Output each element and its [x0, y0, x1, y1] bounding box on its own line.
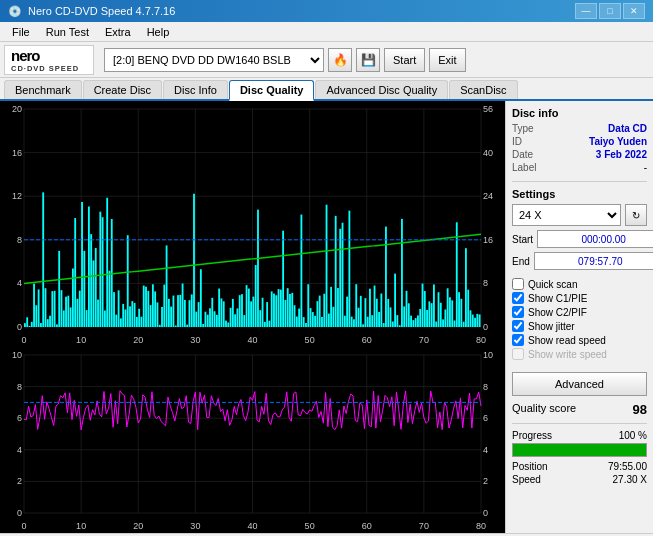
show-c2-label: Show C2/PIF — [528, 307, 587, 318]
quality-score-label: Quality score — [512, 402, 576, 417]
tabs: Benchmark Create Disc Disc Info Disc Qua… — [0, 78, 653, 101]
show-jitter-checkbox[interactable] — [512, 320, 524, 332]
chart-area — [0, 101, 505, 533]
disc-label-value: - — [644, 162, 647, 173]
position-value: 79:55.00 — [608, 461, 647, 472]
maximize-button[interactable]: □ — [599, 3, 621, 19]
tab-disc-info[interactable]: Disc Info — [163, 80, 228, 99]
progress-bar-container — [512, 443, 647, 457]
close-button[interactable]: ✕ — [623, 3, 645, 19]
progress-label: Progress — [512, 430, 552, 441]
menu-help[interactable]: Help — [139, 24, 178, 40]
title-bar-controls: — □ ✕ — [575, 3, 645, 19]
nero-cd-dvd-text: CD·DVD SPEED — [11, 64, 79, 73]
disc-id-row: ID Taiyo Yuden — [512, 136, 647, 147]
show-c2-checkbox[interactable] — [512, 306, 524, 318]
nero-logo: nero CD·DVD SPEED — [4, 45, 94, 75]
quick-scan-label: Quick scan — [528, 279, 577, 290]
disc-id-value: Taiyo Yuden — [589, 136, 647, 147]
show-read-speed-label: Show read speed — [528, 335, 606, 346]
speed-select[interactable]: 24 X — [512, 204, 621, 226]
show-jitter-label: Show jitter — [528, 321, 575, 332]
position-row: Position 79:55.00 — [512, 461, 647, 472]
show-c1-checkbox[interactable] — [512, 292, 524, 304]
disc-date-row: Date 3 Feb 2022 — [512, 149, 647, 160]
show-write-speed-checkbox — [512, 348, 524, 360]
show-write-speed-row: Show write speed — [512, 348, 647, 360]
quality-score-row: Quality score 98 — [512, 402, 647, 417]
drive-select[interactable]: [2:0] BENQ DVD DD DW1640 BSLB — [104, 48, 324, 72]
end-time-row: End — [512, 252, 647, 270]
title-bar-left: 💿 Nero CD-DVD Speed 4.7.7.16 — [8, 5, 175, 18]
show-c1-row: Show C1/PIE — [512, 292, 647, 304]
tab-advanced-disc-quality[interactable]: Advanced Disc Quality — [315, 80, 448, 99]
nero-logo-text: nero — [11, 47, 40, 64]
show-jitter-row: Show jitter — [512, 320, 647, 332]
tab-disc-quality[interactable]: Disc Quality — [229, 80, 315, 101]
menu-run-test[interactable]: Run Test — [38, 24, 97, 40]
minimize-button[interactable]: — — [575, 3, 597, 19]
settings-title: Settings — [512, 188, 647, 200]
settings-section: Settings 24 X ↻ Start End — [512, 188, 647, 270]
exit-button[interactable]: Exit — [429, 48, 465, 72]
progress-value: 100 % — [619, 430, 647, 441]
quick-scan-row: Quick scan — [512, 278, 647, 290]
disc-type-value: Data CD — [608, 123, 647, 134]
menu-extra[interactable]: Extra — [97, 24, 139, 40]
start-button[interactable]: Start — [384, 48, 425, 72]
disc-date-value: 3 Feb 2022 — [596, 149, 647, 160]
main-content: Disc info Type Data CD ID Taiyo Yuden Da… — [0, 101, 653, 533]
checkboxes-section: Quick scan Show C1/PIE Show C2/PIF Show … — [512, 278, 647, 360]
show-c2-row: Show C2/PIF — [512, 306, 647, 318]
app-icon: 💿 — [8, 5, 22, 18]
quick-scan-checkbox[interactable] — [512, 278, 524, 290]
speed-label: Speed — [512, 474, 541, 485]
disc-type-label: Type — [512, 123, 534, 134]
show-read-speed-checkbox[interactable] — [512, 334, 524, 346]
separator-2 — [512, 423, 647, 424]
progress-row: Progress 100 % — [512, 430, 647, 441]
progress-bar — [513, 444, 646, 456]
start-time-input[interactable] — [537, 230, 653, 248]
disc-date-label: Date — [512, 149, 533, 160]
menu-bar: File Run Test Extra Help — [0, 22, 653, 42]
disc-info-section: Disc info Type Data CD ID Taiyo Yuden Da… — [512, 107, 647, 173]
title-bar-title: Nero CD-DVD Speed 4.7.7.16 — [28, 5, 175, 17]
end-time-input[interactable] — [534, 252, 653, 270]
toolbar: nero CD·DVD SPEED [2:0] BENQ DVD DD DW16… — [0, 42, 653, 78]
info-panel: Disc info Type Data CD ID Taiyo Yuden Da… — [505, 101, 653, 533]
burn-icon[interactable]: 🔥 — [328, 48, 352, 72]
disc-info-title: Disc info — [512, 107, 647, 119]
separator-1 — [512, 181, 647, 182]
upper-chart-canvas — [0, 101, 505, 347]
speed-row: 24 X ↻ — [512, 204, 647, 226]
end-label: End — [512, 256, 530, 267]
show-read-speed-row: Show read speed — [512, 334, 647, 346]
disc-id-label: ID — [512, 136, 522, 147]
quality-score-value: 98 — [633, 402, 647, 417]
speed-value: 27.30 X — [613, 474, 647, 485]
speed-row-info: Speed 27.30 X — [512, 474, 647, 485]
tab-create-disc[interactable]: Create Disc — [83, 80, 162, 99]
disc-label-row: Label - — [512, 162, 647, 173]
tab-benchmark[interactable]: Benchmark — [4, 80, 82, 99]
disc-type-row: Type Data CD — [512, 123, 647, 134]
menu-file[interactable]: File — [4, 24, 38, 40]
tab-scandisc[interactable]: ScanDisc — [449, 80, 517, 99]
start-time-row: Start — [512, 230, 647, 248]
progress-section: Progress 100 % Position 79:55.00 Speed 2… — [512, 430, 647, 485]
disc-label-label: Label — [512, 162, 536, 173]
show-write-speed-label: Show write speed — [528, 349, 607, 360]
advanced-button[interactable]: Advanced — [512, 372, 647, 396]
refresh-button[interactable]: ↻ — [625, 204, 647, 226]
title-bar: 💿 Nero CD-DVD Speed 4.7.7.16 — □ ✕ — [0, 0, 653, 22]
position-label: Position — [512, 461, 548, 472]
show-c1-label: Show C1/PIE — [528, 293, 587, 304]
save-icon[interactable]: 💾 — [356, 48, 380, 72]
lower-chart-canvas — [0, 347, 505, 533]
start-label: Start — [512, 234, 533, 245]
